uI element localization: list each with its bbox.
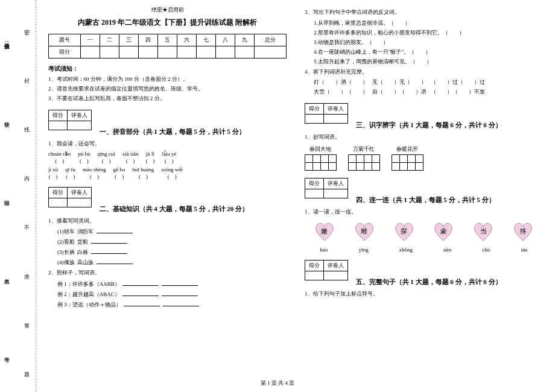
pinyin-row-2: jì xù( ) qī fu( ) mào shèng( ) gē bo( ) … — [48, 166, 287, 180]
score-cell[interactable] — [157, 46, 177, 58]
grader-cell[interactable] — [305, 271, 324, 280]
grader-score: 得分 — [305, 261, 324, 271]
answer-blank[interactable] — [91, 248, 127, 254]
section-four-title: 四、连一连（共 1 大题，每题 5 分，共计 5 分） — [356, 196, 495, 203]
pinyin-bottom-row: háo yīng zhōng nèn chù tàn — [305, 247, 543, 253]
q4-1-stem: 1、读一读，连一连。 — [305, 208, 543, 217]
grader-person: 评卷人 — [68, 187, 92, 198]
q3-item: 4.在一座陡峭的山峰上，有一只"猴子"。（ ） — [314, 48, 543, 56]
score-col: 五 — [157, 34, 177, 46]
notice-title: 考试须知： — [48, 65, 287, 73]
pinyin-item: qī fu( ) — [65, 166, 75, 180]
grader-score: 得分 — [305, 104, 324, 115]
q2-2-stem: 2、照样子，写词语。 — [48, 269, 287, 277]
answer-blank[interactable] — [97, 227, 133, 233]
answer-blank[interactable] — [91, 238, 127, 244]
score-cell[interactable] — [138, 46, 157, 58]
section-two-title: 二、基础知识（共 4 大题，每题 5 分，共计 20 分） — [100, 205, 249, 212]
pinyin-label[interactable]: chù — [482, 247, 490, 253]
q3-stem: 3、写出下列句子中带点词语的反义词。 — [305, 8, 543, 17]
char-label: 春回大地 — [309, 145, 331, 153]
grader-cell[interactable] — [324, 115, 348, 124]
grader-cell[interactable] — [305, 189, 324, 198]
score-cell[interactable] — [216, 46, 235, 58]
pinyin-item: jì xù( ) — [48, 166, 58, 180]
pinyin-row-1: chuán rǎn( ) pù bù( ) qīng cuì( ) xià ti… — [48, 151, 287, 164]
heart-icon[interactable]: 探 — [392, 221, 416, 242]
q2-1-stem: 1、接着写同类词。 — [48, 217, 287, 226]
grader-cell[interactable] — [324, 189, 348, 198]
heart-row: 嫩 雕 探 豪 当 终 — [305, 221, 543, 242]
q3-1-stem: 1、抄写词语。 — [305, 133, 543, 142]
score-cell[interactable] — [255, 46, 287, 58]
answer-blank[interactable] — [162, 280, 198, 286]
q2-1-row: (3)长裤 白裤 — [57, 248, 287, 256]
answer-blank[interactable] — [122, 290, 159, 296]
answer-blank[interactable] — [97, 258, 133, 264]
pinyin-label[interactable]: nèn — [443, 247, 451, 253]
section-five-title: 五、完整句子（共 1 大题，每题 6 分，共计 6 分） — [356, 278, 502, 285]
score-cell[interactable] — [235, 46, 255, 58]
grader-cell[interactable] — [324, 271, 348, 280]
confidential-note: 绝密★启用前 — [48, 6, 287, 14]
pinyin-label[interactable]: tàn — [521, 247, 527, 253]
answer-blank[interactable] — [124, 300, 160, 306]
score-col: 二 — [100, 34, 119, 46]
char-boxes[interactable] — [305, 155, 336, 171]
q2-2-ex3: 例 3：望远（动作＋物品） — [57, 300, 287, 309]
grader-score: 得分 — [305, 178, 324, 189]
q3-item: 2.那里有许许多多的知识，粗心的小朋友却得不到它。（ ） — [314, 29, 543, 37]
score-value-row: 得分 — [49, 46, 287, 58]
grader-person: 评卷人 — [68, 110, 92, 121]
grader-cell[interactable] — [49, 198, 68, 207]
notice-item: 2、请首先按要求在试卷的指定位置填写您的姓名、班级、学号。 — [48, 85, 287, 93]
char-boxes[interactable] — [348, 155, 379, 171]
pinyin-item: pù bù( ) — [78, 151, 90, 164]
notice-item: 3、不要在试卷上乱写乱画，卷面不整洁扣 2 分。 — [48, 95, 287, 103]
score-cell[interactable] — [197, 46, 216, 58]
pinyin-item: qīng cuì( ) — [98, 151, 115, 164]
score-table: 题号 一 二 三 四 五 六 七 八 九 总分 得分 — [48, 34, 287, 58]
pinyin-item: mào shèng( ) — [83, 166, 106, 180]
heart-icon[interactable]: 嫩 — [312, 221, 337, 242]
score-col-label: 题号 — [49, 34, 81, 46]
pinyin-item: lǜu yè( ) — [162, 151, 177, 164]
heart-icon[interactable]: 豪 — [431, 221, 455, 242]
q3-item: 1.从早到晚，家里总是很冷清。（ ） — [314, 19, 543, 27]
notice-item: 1、考试时间：60 分钟，满分为 100 分（含卷面分 2 分）。 — [48, 75, 287, 83]
char-label: 春暖花开 — [396, 145, 418, 153]
q2-1-row: (1)轿车 消防车 — [57, 227, 287, 236]
answer-blank[interactable] — [163, 300, 199, 306]
heart-icon[interactable]: 终 — [511, 221, 535, 242]
section-five-header: 得分评卷人 五、完整句子（共 1 大题，每题 6 分，共计 6 分） — [305, 256, 543, 286]
score-cell[interactable] — [100, 46, 119, 58]
section-four-header: 得分评卷人 四、连一连（共 1 大题，每题 5 分，共计 5 分） — [305, 174, 543, 204]
char-boxes[interactable] — [392, 155, 423, 171]
pinyin-label[interactable]: yīng — [359, 247, 369, 253]
right-column: 3、写出下列句子中带点词语的反义词。 1.从早到晚，家里总是很冷清。（ ） 2.… — [305, 6, 543, 386]
answer-blank[interactable] — [162, 290, 198, 296]
heart-icon[interactable]: 雕 — [352, 221, 376, 242]
q2-2-ex2: 例 2：越升越高（ABAC） — [57, 290, 287, 299]
pinyin-label[interactable]: zhōng — [399, 247, 413, 253]
answer-blank[interactable] — [122, 280, 159, 286]
section-two-header: 得分评卷人 二、基础知识（共 4 大题，每题 5 分，共计 20 分） — [48, 183, 287, 213]
score-col: 三 — [119, 34, 138, 46]
grader-cell[interactable] — [68, 121, 92, 130]
content-columns: 绝密★启用前 内蒙古 2019 年二年级语文【下册】提升训练试题 附解析 题号 … — [36, 0, 555, 392]
grader-cell[interactable] — [68, 198, 92, 207]
score-cell[interactable] — [80, 46, 100, 58]
score-col: 六 — [177, 34, 196, 46]
heart-icon[interactable]: 当 — [471, 221, 495, 242]
grader-cell[interactable] — [49, 121, 68, 130]
char-group: 春回大地 — [305, 145, 336, 171]
pinyin-label[interactable]: háo — [320, 247, 328, 253]
binding-margin: 乡镇（街道） 学校 班级 姓名 学号 密 封 线 内 不 准 答 题 — [0, 0, 36, 392]
score-cell[interactable] — [119, 46, 138, 58]
pinyin-item: xióng wěi( ) — [161, 166, 183, 180]
section-one-title: 一、拼音部分（共 1 大题，每题 5 分，共计 5 分） — [100, 128, 246, 135]
score-cell[interactable] — [177, 46, 196, 58]
pinyin-item: jù lí( ) — [146, 151, 155, 164]
grader-cell[interactable] — [305, 115, 324, 124]
q3-item: 5.太阳升起来了，周围的景物清晰可见。（ ） — [314, 58, 543, 66]
